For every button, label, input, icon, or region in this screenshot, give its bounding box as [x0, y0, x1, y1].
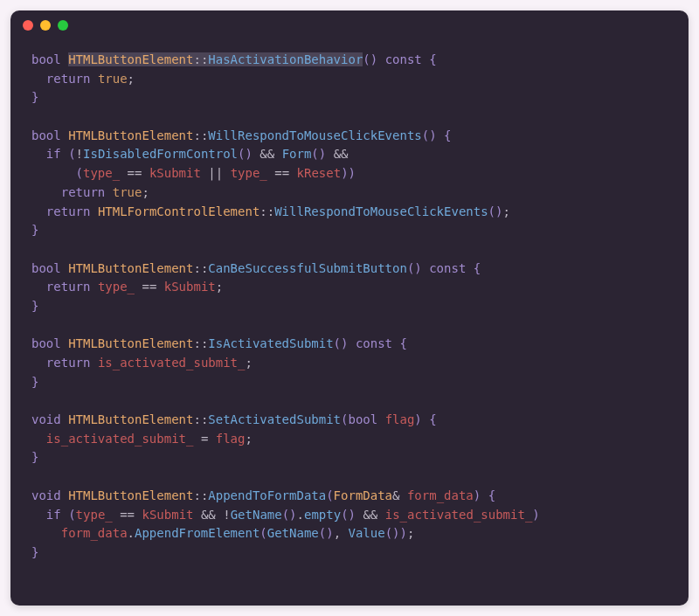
zoom-icon[interactable] — [58, 20, 68, 31]
window-titlebar — [10, 10, 689, 40]
close-icon[interactable] — [23, 20, 33, 31]
code-block: bool HTMLButtonElement::HasActivationBeh… — [10, 40, 689, 584]
code-window: bool HTMLButtonElement::HasActivationBeh… — [10, 10, 689, 606]
minimize-icon[interactable] — [40, 20, 51, 31]
